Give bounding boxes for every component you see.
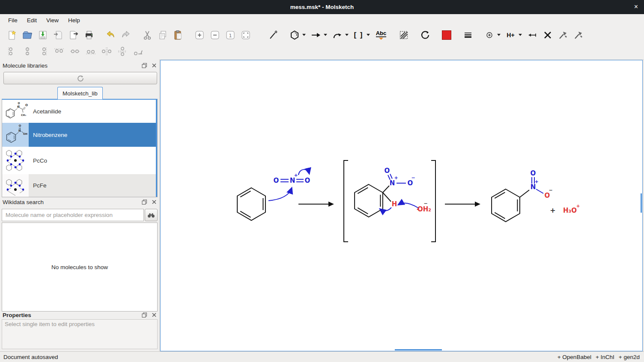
arenium-intermediate[interactable]: N + O O − H bbox=[355, 167, 415, 217]
align-bottom-button[interactable] bbox=[84, 46, 97, 56]
charge-dropdown-arrow-icon[interactable] bbox=[497, 34, 501, 36]
reaction-arrow-1[interactable] bbox=[298, 202, 334, 207]
hydroxide-nucleophile[interactable]: OH₂ − bbox=[417, 201, 431, 213]
new-document-button[interactable] bbox=[6, 29, 18, 41]
canvas-horizontal-scrollbar[interactable] bbox=[395, 349, 442, 350]
draw-mechanism-arrow-button[interactable] bbox=[331, 29, 343, 41]
wikidata-close-button[interactable] bbox=[152, 199, 157, 205]
window-close-button[interactable]: × bbox=[634, 3, 638, 11]
undo-icon bbox=[105, 30, 116, 40]
zoom-in-button[interactable] bbox=[194, 29, 205, 41]
copy-button[interactable] bbox=[157, 29, 168, 41]
svg-text:−[interactable]: − bbox=[411, 175, 415, 181]
library-float-button[interactable] bbox=[142, 63, 147, 68]
tab-molsketch-lib[interactable]: Molsketch_lib bbox=[57, 87, 103, 99]
molecule-search-input[interactable] bbox=[2, 209, 144, 221]
svg-text:O[interactable]: O bbox=[531, 169, 536, 177]
properties-float-button[interactable] bbox=[142, 312, 147, 318]
flip-orientation-button[interactable] bbox=[132, 46, 145, 56]
align-vertical-center-button[interactable] bbox=[21, 46, 34, 56]
add-hydrogen-button[interactable]: H+ bbox=[505, 29, 516, 41]
svg-text:H[interactable]: H bbox=[392, 200, 397, 208]
line-width-button[interactable] bbox=[462, 29, 474, 41]
paste-button[interactable] bbox=[172, 29, 184, 41]
benzene-reactant[interactable] bbox=[237, 188, 265, 220]
svg-text:+[interactable]: + bbox=[534, 179, 538, 184]
save-document-button[interactable] bbox=[37, 29, 48, 41]
zoom-out-button[interactable] bbox=[209, 29, 221, 41]
reaction-arrow-2[interactable] bbox=[445, 202, 480, 207]
svg-text:+[interactable]: + bbox=[294, 172, 298, 178]
draw-bond-button[interactable] bbox=[267, 29, 279, 41]
open-document-button[interactable] bbox=[21, 29, 33, 41]
wikidata-float-button[interactable] bbox=[142, 199, 147, 205]
svg-text:+[interactable]: + bbox=[576, 203, 580, 209]
hydronium-product[interactable]: + H₃O + bbox=[550, 203, 580, 214]
library-refresh-button[interactable] bbox=[3, 72, 157, 84]
library-item-label: Nitrobenzene bbox=[33, 132, 67, 138]
zoom-actual-size-button[interactable]: 1 bbox=[224, 29, 236, 41]
search-button[interactable] bbox=[145, 209, 158, 221]
library-item-pcfe[interactable]: PcFe bbox=[2, 174, 157, 197]
canvas-vertical-scrollbar[interactable] bbox=[641, 193, 642, 213]
align-right-button[interactable] bbox=[37, 46, 50, 56]
svg-text:−[interactable]: − bbox=[423, 201, 427, 206]
properties-close-button[interactable] bbox=[152, 312, 157, 317]
library-item-label: Acetanilide bbox=[33, 108, 61, 115]
svg-text:O[interactable]: O bbox=[385, 167, 390, 175]
library-list-scrollbar[interactable] bbox=[156, 100, 157, 197]
rotate-button[interactable] bbox=[419, 29, 431, 41]
lone-pair-button[interactable] bbox=[526, 29, 538, 41]
svg-text:+[interactable]: + bbox=[394, 175, 398, 181]
library-item-pcco[interactable]: PcCo bbox=[2, 147, 157, 174]
nitronium-ion[interactable]: O N + O bbox=[274, 172, 310, 184]
menu-view[interactable]: View bbox=[42, 15, 63, 25]
library-item-nitrobenzene[interactable]: NOOH Nitrobenzene bbox=[2, 123, 157, 147]
brackets-dropdown-arrow-icon[interactable] bbox=[367, 34, 370, 36]
optimize-layout-button[interactable] bbox=[572, 29, 584, 41]
drawing-canvas[interactable]: O N + O bbox=[160, 60, 643, 351]
insert-text-button[interactable]: Abc bbox=[374, 29, 388, 41]
cut-button[interactable] bbox=[141, 29, 153, 41]
undo-button[interactable] bbox=[104, 29, 116, 41]
distribute-horizontally-button[interactable] bbox=[100, 46, 113, 56]
redo-button[interactable] bbox=[120, 29, 131, 41]
print-button[interactable] bbox=[83, 29, 95, 41]
mechanism-dropdown-arrow-icon[interactable] bbox=[345, 34, 349, 36]
library-item-acetanilide[interactable]: NHOCH₃ Acetanilide bbox=[2, 100, 157, 123]
svg-text:O[interactable]: O bbox=[305, 177, 310, 184]
import-document-button[interactable] bbox=[52, 29, 64, 41]
delete-button[interactable] bbox=[542, 29, 553, 41]
add-charge-button[interactable] bbox=[483, 29, 495, 41]
zoom-fit-button[interactable] bbox=[240, 29, 251, 41]
library-close-button[interactable] bbox=[152, 63, 157, 68]
color-picker-button[interactable] bbox=[441, 29, 452, 41]
align-horizontal-center-button[interactable] bbox=[69, 46, 81, 56]
draw-ring-button[interactable] bbox=[289, 29, 300, 41]
ring-dropdown-arrow-icon[interactable] bbox=[302, 34, 306, 36]
arrow-dropdown-arrow-icon[interactable] bbox=[324, 34, 327, 36]
electron-arrow-no-bond-to-oxygen[interactable] bbox=[298, 169, 309, 175]
arrow-tool-icon bbox=[311, 30, 321, 40]
svg-text:−[interactable]: − bbox=[549, 187, 552, 193]
lone-pair-arrow-icon bbox=[527, 30, 537, 40]
nitrobenzene-product[interactable]: N + O O − bbox=[492, 169, 553, 222]
hydrogen-dropdown-arrow-icon[interactable] bbox=[519, 34, 522, 36]
electron-arrow-benzene-to-nitronium[interactable] bbox=[268, 188, 292, 201]
reaction-canvas[interactable]: O N + O bbox=[161, 60, 642, 351]
menu-file[interactable]: File bbox=[3, 15, 22, 25]
distribute-vertically-button[interactable] bbox=[116, 46, 129, 56]
electron-arrow-hydroxide-to-h[interactable] bbox=[399, 203, 418, 208]
align-top-button[interactable] bbox=[53, 46, 66, 56]
svg-text:O[interactable]: O bbox=[274, 177, 279, 184]
optimize-structure-button[interactable] bbox=[557, 29, 569, 41]
svg-text:H₃O[interactable]: H₃O bbox=[563, 207, 577, 214]
menu-edit[interactable]: Edit bbox=[22, 15, 42, 25]
menu-help[interactable]: Help bbox=[63, 15, 85, 25]
export-document-button[interactable] bbox=[68, 29, 79, 41]
hatch-selection-button[interactable] bbox=[398, 29, 409, 41]
align-left-button[interactable] bbox=[5, 46, 18, 56]
draw-arrow-button[interactable] bbox=[310, 29, 322, 41]
insert-brackets-button[interactable]: [ ] bbox=[353, 29, 364, 41]
svg-text:OH₂[interactable]: OH₂ bbox=[417, 205, 431, 213]
